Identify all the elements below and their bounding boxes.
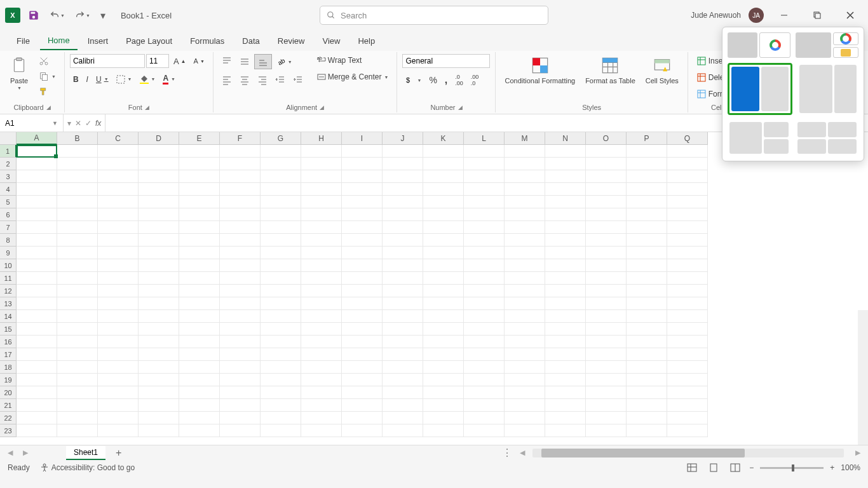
cell[interactable] [667,247,708,259]
cell[interactable] [383,399,423,412]
cell[interactable] [505,221,545,234]
cell[interactable] [220,170,261,183]
row-header[interactable]: 3 [0,170,17,183]
column-header[interactable]: G [261,132,301,145]
cell[interactable] [57,386,98,399]
hscroll-left[interactable]: ◀ [517,447,527,458]
cell[interactable] [57,336,98,348]
page-break-view-button[interactable] [728,462,743,473]
tab-data[interactable]: Data [234,32,267,50]
tab-review[interactable]: Review [270,32,313,50]
cell[interactable] [220,272,261,285]
cell[interactable] [17,170,57,183]
cell[interactable] [17,145,57,158]
cell[interactable] [586,247,627,259]
cell[interactable] [179,323,220,336]
cell[interactable] [301,323,342,336]
increase-indent-button[interactable] [290,73,306,87]
cell[interactable] [464,208,505,221]
increase-decimal-button[interactable]: .0.00 [452,72,466,88]
cell[interactable] [423,272,464,285]
column-header[interactable]: E [179,132,220,145]
cell[interactable] [301,412,342,424]
cell[interactable] [179,412,220,424]
font-name-select[interactable] [70,54,145,68]
maximize-button[interactable] [804,6,830,25]
cell[interactable] [261,221,301,234]
cell[interactable] [586,424,627,437]
cell[interactable] [17,285,57,297]
cell[interactable] [301,145,342,158]
cell[interactable] [57,310,98,323]
cell[interactable] [505,145,545,158]
cell[interactable] [545,170,586,183]
cell[interactable] [342,145,383,158]
cell[interactable] [261,310,301,323]
close-button[interactable] [837,6,863,25]
tab-view[interactable]: View [315,32,348,50]
row-header[interactable]: 21 [0,399,17,412]
fill-color-button[interactable]: ▼ [137,73,159,86]
cell[interactable] [505,386,545,399]
cell[interactable] [139,208,179,221]
cell[interactable] [179,196,220,208]
cell[interactable] [667,259,708,272]
align-middle-button[interactable] [236,55,253,69]
cell[interactable] [667,374,708,386]
cell[interactable] [383,374,423,386]
cell[interactable] [545,386,586,399]
cell[interactable] [423,297,464,310]
cell[interactable] [98,247,139,259]
sheet-nav-next[interactable]: ▶ [20,447,31,458]
snap-layout-5[interactable] [728,120,790,156]
cell[interactable] [179,348,220,361]
cell[interactable] [627,285,667,297]
cell[interactable] [220,158,261,170]
cell[interactable] [179,221,220,234]
cell[interactable] [301,183,342,196]
cell[interactable] [342,323,383,336]
row-header[interactable]: 19 [0,374,17,386]
cell[interactable] [57,272,98,285]
format-painter-button[interactable] [36,85,59,98]
row-header[interactable]: 4 [0,183,17,196]
cell[interactable] [139,234,179,247]
cell[interactable] [423,336,464,348]
cell[interactable] [98,221,139,234]
cell[interactable] [586,208,627,221]
cell[interactable] [301,272,342,285]
cell[interactable] [667,386,708,399]
name-box[interactable]: A1 ▼ [0,114,64,132]
cell[interactable] [627,208,667,221]
cell[interactable] [667,221,708,234]
cell[interactable] [383,170,423,183]
cell[interactable] [17,361,57,374]
cell[interactable] [57,424,98,437]
cell[interactable] [220,259,261,272]
cell[interactable] [586,196,627,208]
cell[interactable] [423,386,464,399]
format-as-table-button[interactable]: Format as Table [581,54,639,86]
vertical-scrollbar[interactable] [858,310,868,445]
cell[interactable] [464,348,505,361]
normal-view-button[interactable] [684,462,700,473]
cell[interactable] [139,323,179,336]
cell[interactable] [342,310,383,323]
font-size-select[interactable] [146,54,169,68]
cell[interactable] [57,399,98,412]
tab-options-button[interactable]: ⋮ [502,447,512,459]
cell[interactable] [261,183,301,196]
cell[interactable] [586,412,627,424]
zoom-level[interactable]: 100% [841,463,860,472]
cell[interactable] [57,145,98,158]
cell[interactable] [667,285,708,297]
cell[interactable] [586,272,627,285]
cell[interactable] [342,183,383,196]
cell[interactable] [261,336,301,348]
cell[interactable] [342,259,383,272]
cell[interactable] [17,208,57,221]
cell[interactable] [383,297,423,310]
cell[interactable] [261,158,301,170]
cell[interactable] [301,259,342,272]
row-header[interactable]: 16 [0,336,17,348]
